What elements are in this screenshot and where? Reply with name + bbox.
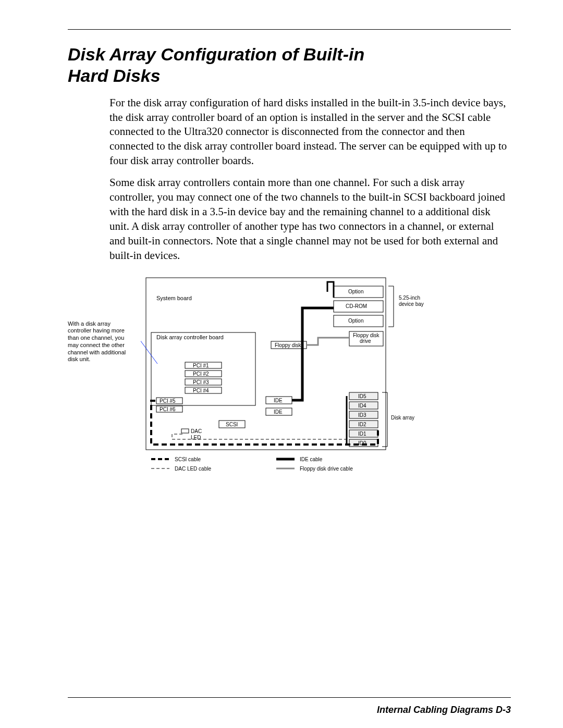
diagram-container: With a disk array controller having more… (68, 273, 511, 481)
svg-rect-9 (181, 429, 189, 433)
label-fdd-b: drive (360, 338, 371, 344)
label-pci2: PCI #2 (193, 371, 209, 377)
svg-rect-1 (151, 332, 255, 405)
label-525-a: 5.25-inch (399, 295, 420, 301)
legend-ide: IDE cable (300, 456, 323, 462)
label-cdrom: CD-ROM (346, 303, 367, 309)
legend: SCSI cable DAC LED cable IDE cable Flopp… (151, 456, 353, 472)
label-disk-array: Disk array (391, 415, 414, 421)
label-option-a: Option (348, 289, 363, 294)
page-title: Disk Array Configuration of Built-in Har… (68, 44, 381, 87)
label-scsi: SCSI (226, 422, 238, 427)
label-pci3: PCI #3 (193, 379, 209, 385)
label-floppy: Floppy disk (275, 342, 302, 348)
label-pci5: PCI #5 (160, 398, 176, 404)
label-525-b: device bay (399, 301, 424, 307)
legend-fdd: Floppy disk drive cable (300, 466, 353, 472)
label-fdd-a: Floppy disk (353, 332, 380, 338)
label-dac-board: Disk array controller board (156, 334, 224, 340)
cabling-diagram: System board Disk array controller board… (141, 273, 459, 481)
paragraph-1: For the disk array configuration of hard… (109, 96, 511, 169)
label-id3: ID3 (358, 412, 366, 418)
top-rule (68, 29, 511, 30)
paragraph-2: Some disk array controllers contain more… (109, 176, 511, 263)
legend-dac: DAC LED cable (175, 466, 211, 472)
label-pci4: PCI #4 (193, 388, 209, 393)
side-note: With a disk array controller having more… (68, 320, 136, 364)
label-id5: ID5 (358, 393, 366, 399)
label-id1: ID1 (358, 431, 366, 437)
label-ide-a: IDE (274, 398, 283, 403)
label-option-b: Option (348, 318, 363, 324)
svg-line-24 (141, 334, 157, 364)
label-dac: DAC (191, 428, 202, 434)
label-id4: ID4 (358, 403, 366, 409)
legend-scsi: SCSI cable (175, 456, 201, 462)
body-text: For the disk array configuration of hard… (109, 96, 511, 263)
bottom-rule (68, 697, 511, 698)
label-id2: ID2 (358, 422, 366, 427)
footer: Internal Cabling Diagrams D-3 (377, 705, 511, 715)
label-ide-b: IDE (274, 409, 283, 415)
label-pci1: PCI #1 (193, 363, 209, 368)
label-pci6: PCI #6 (160, 406, 176, 412)
label-system-board: System board (156, 295, 192, 301)
